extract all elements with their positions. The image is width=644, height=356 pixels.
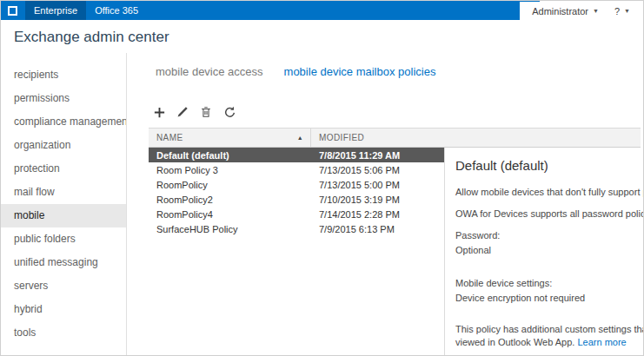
cell-name: RoomPolicy2 [149, 194, 311, 205]
sidebar-item-hybrid[interactable]: hybrid [1, 298, 126, 321]
sidebar-item-organization[interactable]: organization [1, 134, 126, 157]
edit-button[interactable] [176, 105, 189, 119]
sidebar-item-unified-messaging[interactable]: unified messaging [1, 251, 126, 274]
cell-modified: 7/13/2015 5:00 PM [311, 180, 444, 190]
password-value: Optional [455, 245, 643, 255]
note-line-text: viewed in Outlook Web App. [455, 337, 577, 347]
column-header-modified-label: MODIFIED [319, 133, 364, 142]
page-title: Exchange admin center [14, 29, 169, 46]
cell-modified: 7/14/2015 2:28 PM [311, 209, 444, 220]
sidebar-item-protection[interactable]: protection [1, 157, 126, 181]
help-menu-label: ? [614, 6, 620, 16]
tenant-link[interactable]: Enterprise [25, 1, 86, 20]
sidebar-item-mail-flow[interactable]: mail flow [1, 181, 126, 204]
cell-name: SurfaceHUB Policy [149, 224, 311, 234]
table-row[interactable]: RoomPolicy 7/13/2015 5:00 PM [149, 177, 444, 192]
cell-modified: 7/9/2015 6:13 PM [311, 224, 444, 234]
policy-list: Default (default) 7/8/2015 11:29 AM Room… [149, 148, 444, 236]
pencil-icon [176, 106, 189, 118]
table-row[interactable]: Room Policy 3 7/13/2015 5:06 PM [149, 162, 444, 177]
table-row[interactable]: RoomPolicy4 7/14/2015 2:28 PM [149, 207, 444, 221]
sidebar-item-public-folders[interactable]: public folders [1, 227, 126, 251]
topbar-suite-bar: Enterprise Office 365 [1, 1, 540, 20]
column-header-name[interactable]: NAME ▲ [149, 129, 311, 147]
sort-ascending-icon: ▲ [297, 135, 303, 141]
device-settings-label: Mobile device settings: [455, 278, 643, 288]
administrator-menu[interactable]: Administrator ▼ [532, 6, 599, 16]
column-header-modified[interactable]: MODIFIED [311, 129, 641, 147]
table-row[interactable]: SurfaceHUB Policy 7/9/2015 6:13 PM [149, 221, 444, 236]
caret-down-icon: ▼ [593, 8, 599, 14]
cell-name: RoomPolicy [149, 180, 311, 190]
office-logo-icon[interactable] [8, 6, 17, 16]
cell-name: Room Policy 3 [149, 165, 311, 175]
details-intro-line: Allow mobile devices that don't fully su… [455, 187, 643, 197]
topbar-right: Administrator ▼ ? ▼ [520, 2, 642, 20]
sidebar-item-recipients[interactable]: recipients [1, 63, 126, 87]
trash-icon [200, 106, 212, 118]
details-pane: Default (default) Allow mobile devices t… [445, 148, 643, 355]
device-settings-value: Device encryption not required [455, 293, 643, 303]
note-line: This policy has additional custom settin… [455, 324, 643, 334]
password-label: Password: [455, 230, 643, 241]
table-row[interactable]: RoomPolicy2 7/10/2015 3:19 PM [149, 192, 444, 207]
details-intro-line: OWA for Devices supports all password po… [455, 208, 643, 219]
plus-icon [153, 106, 166, 119]
caret-down-icon: ▼ [624, 8, 630, 14]
refresh-button[interactable] [222, 105, 236, 119]
cell-modified: 7/8/2015 11:29 AM [311, 150, 444, 161]
note-line: viewed in Outlook Web App. Learn more [455, 337, 643, 347]
sidebar-item-mobile[interactable]: mobile [1, 204, 126, 227]
column-header-name-label: NAME [156, 133, 183, 142]
office365-link[interactable]: Office 365 [86, 1, 147, 20]
list-toolbar [152, 105, 236, 119]
help-menu[interactable]: ? ▼ [614, 6, 630, 16]
details-title: Default (default) [455, 158, 643, 173]
sidebar-item-permissions[interactable]: permissions [1, 87, 126, 110]
exchange-admin-center-window: Enterprise Office 365 Administrator ▼ ? … [0, 0, 644, 356]
refresh-icon [223, 106, 236, 119]
cell-modified: 7/10/2015 3:19 PM [311, 194, 444, 205]
cell-name: Default (default) [149, 150, 311, 161]
sidebar: recipients permissions compliance manage… [1, 53, 127, 355]
administrator-menu-label: Administrator [532, 6, 588, 16]
learn-more-link[interactable]: Learn more [577, 337, 626, 347]
add-button[interactable] [152, 105, 166, 119]
sidebar-item-tools[interactable]: tools [1, 321, 126, 345]
list-header: NAME ▲ MODIFIED [149, 128, 641, 148]
delete-button[interactable] [199, 105, 213, 119]
content-tabs: mobile device access mobile device mailb… [156, 65, 435, 78]
topbar: Enterprise Office 365 Administrator ▼ ? … [1, 1, 643, 20]
sidebar-item-compliance-management[interactable]: compliance management [1, 110, 126, 134]
cell-name: RoomPolicy4 [149, 209, 311, 220]
tab-mobile-device-mailbox-policies[interactable]: mobile device mailbox policies [284, 65, 436, 78]
sidebar-item-servers[interactable]: servers [1, 274, 126, 298]
tab-mobile-device-access[interactable]: mobile device access [156, 65, 263, 78]
cell-modified: 7/13/2015 5:06 PM [311, 165, 444, 175]
table-row[interactable]: Default (default) 7/8/2015 11:29 AM [149, 148, 444, 162]
